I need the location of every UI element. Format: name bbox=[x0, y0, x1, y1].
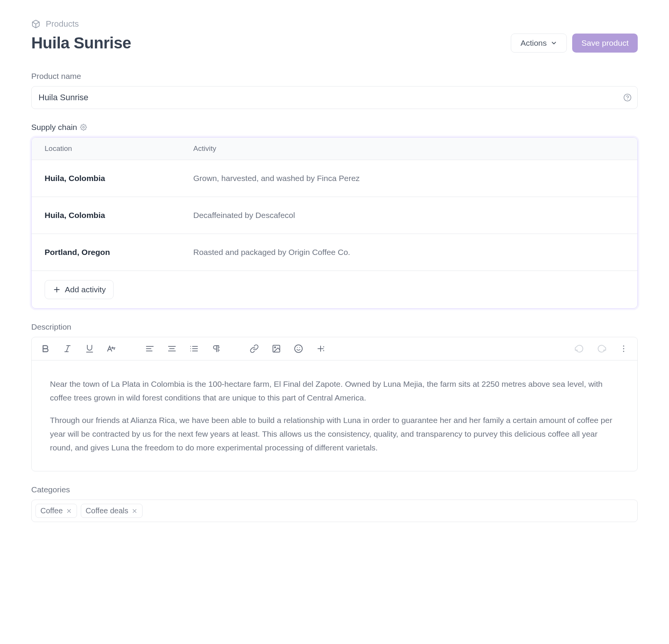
categories-label: Categories bbox=[31, 485, 638, 494]
table-footer: Add activity bbox=[32, 271, 637, 308]
svg-point-23 bbox=[219, 350, 220, 351]
description-paragraph: Near the town of La Plata in Colombia is… bbox=[50, 377, 619, 404]
th-activity: Activity bbox=[193, 144, 624, 153]
table-row[interactable]: Huila, Colombia Grown, harvested, and wa… bbox=[32, 160, 637, 197]
cell-activity: Grown, harvested, and washed by Finca Pe… bbox=[193, 174, 624, 183]
cell-location: Portland, Oregon bbox=[45, 248, 193, 257]
svg-point-25 bbox=[274, 347, 276, 348]
svg-point-32 bbox=[324, 351, 324, 351]
align-left-icon[interactable] bbox=[144, 343, 155, 354]
italic-icon[interactable] bbox=[62, 343, 73, 354]
close-icon[interactable] bbox=[132, 508, 138, 514]
underline-icon[interactable] bbox=[84, 343, 95, 354]
emoji-icon[interactable] bbox=[293, 343, 304, 354]
categories-section: Categories Coffee Coffee deals bbox=[31, 485, 638, 522]
add-more-icon[interactable] bbox=[315, 343, 326, 354]
add-activity-button[interactable]: Add activity bbox=[45, 280, 114, 299]
description-paragraph: Through our friends at Alianza Rica, we … bbox=[50, 413, 619, 454]
package-icon bbox=[31, 19, 40, 29]
svg-point-3 bbox=[83, 127, 85, 128]
redo-icon[interactable] bbox=[596, 343, 607, 354]
breadcrumb-label[interactable]: Products bbox=[46, 19, 79, 29]
product-name-label: Product name bbox=[31, 72, 638, 81]
more-icon[interactable] bbox=[618, 343, 629, 354]
editor-content[interactable]: Near the town of La Plata in Colombia is… bbox=[32, 360, 637, 471]
svg-point-22 bbox=[219, 347, 220, 348]
svg-point-35 bbox=[623, 351, 624, 352]
svg-line-8 bbox=[66, 346, 69, 352]
editor-toolbar bbox=[32, 337, 637, 360]
th-location: Location bbox=[45, 144, 193, 153]
page-header: Huila Sunrise Actions Save product bbox=[31, 34, 638, 53]
add-activity-label: Add activity bbox=[65, 285, 106, 294]
product-name-wrapper bbox=[31, 86, 638, 109]
table-row[interactable]: Huila, Colombia Decaffeinated by Descafe… bbox=[32, 197, 637, 234]
breadcrumb: Products bbox=[31, 19, 638, 29]
cell-activity: Roasted and packaged by Origin Coffee Co… bbox=[193, 248, 624, 257]
close-icon[interactable] bbox=[66, 508, 72, 514]
svg-point-33 bbox=[623, 346, 624, 347]
supply-chain-table: Location Activity Huila, Colombia Grown,… bbox=[31, 137, 638, 309]
product-name-input[interactable] bbox=[31, 86, 638, 109]
supply-chain-section: Supply chain Location Activity Huila, Co… bbox=[31, 123, 638, 309]
align-center-icon[interactable] bbox=[167, 343, 177, 354]
undo-icon[interactable] bbox=[574, 343, 585, 354]
actions-label: Actions bbox=[520, 38, 547, 48]
table-row[interactable]: Portland, Oregon Roasted and packaged by… bbox=[32, 234, 637, 271]
categories-input[interactable]: Coffee Coffee deals bbox=[31, 500, 638, 522]
svg-point-26 bbox=[295, 345, 302, 352]
plus-icon bbox=[53, 285, 61, 294]
page-title: Huila Sunrise bbox=[31, 34, 131, 52]
paragraph-icon[interactable] bbox=[211, 343, 221, 354]
svg-point-34 bbox=[623, 348, 624, 349]
rich-editor: Near the town of La Plata in Colombia is… bbox=[31, 337, 638, 471]
chevron-down-icon bbox=[550, 40, 557, 46]
list-icon[interactable] bbox=[189, 343, 199, 354]
supply-chain-label: Supply chain bbox=[31, 123, 638, 132]
image-icon[interactable] bbox=[271, 343, 282, 354]
svg-point-31 bbox=[324, 347, 324, 347]
cell-location: Huila, Colombia bbox=[45, 174, 193, 183]
description-label: Description bbox=[31, 322, 638, 332]
cell-activity: Decaffeinated by Descafecol bbox=[193, 211, 624, 220]
gear-icon[interactable] bbox=[80, 124, 87, 131]
save-product-button[interactable]: Save product bbox=[572, 34, 638, 53]
description-section: Description bbox=[31, 322, 638, 471]
bold-icon[interactable] bbox=[40, 343, 51, 354]
font-size-icon[interactable] bbox=[106, 343, 117, 354]
category-tag: Coffee deals bbox=[81, 504, 143, 518]
cell-location: Huila, Colombia bbox=[45, 211, 193, 220]
table-header: Location Activity bbox=[32, 138, 637, 160]
help-icon[interactable] bbox=[623, 93, 632, 102]
actions-button[interactable]: Actions bbox=[511, 34, 567, 53]
category-tag: Coffee bbox=[35, 504, 77, 518]
link-icon[interactable] bbox=[249, 343, 260, 354]
header-actions: Actions Save product bbox=[511, 34, 638, 53]
